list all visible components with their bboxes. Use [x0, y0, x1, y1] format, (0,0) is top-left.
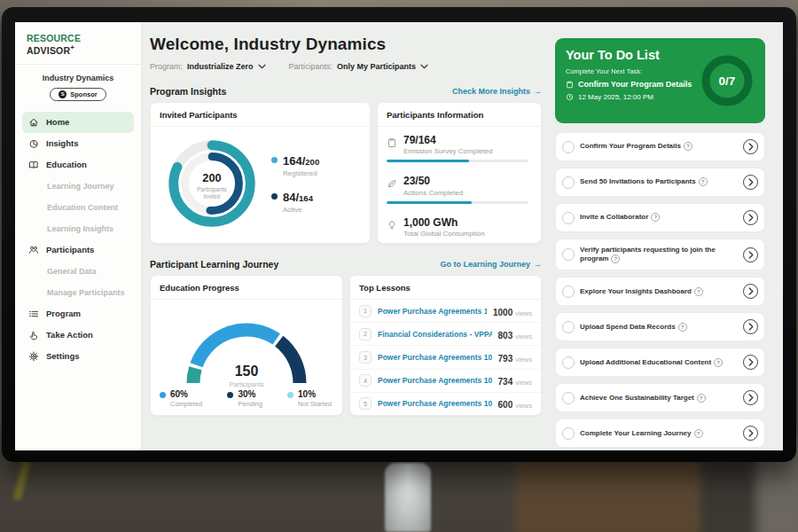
help-icon[interactable]: ?	[678, 323, 687, 332]
lesson-views-suffix: views	[515, 402, 532, 410]
lesson-row-4[interactable]: 4Power Purchase Agreements 102734views	[350, 370, 541, 393]
lesson-views: 600views	[498, 395, 532, 411]
todo-checkbox[interactable]	[562, 286, 575, 298]
todo-panel: Your To Do List Complete Your Next Task:…	[551, 22, 783, 450]
sidebar-item-learning-journey[interactable]: Learning Journey	[22, 176, 134, 197]
lesson-row-3[interactable]: 3Power Purchase Agreements 101793views	[350, 346, 541, 369]
sidebar-item-manage-participants[interactable]: Manage Participants	[22, 282, 134, 303]
lesson-row-2[interactable]: 2Financial Considerations - VPPAs803view…	[350, 323, 541, 346]
help-icon[interactable]: ?	[694, 287, 703, 296]
todo-checkbox[interactable]	[562, 356, 575, 369]
sidebar-item-label: Education Content	[47, 203, 118, 212]
todo-item-open-button[interactable]	[743, 139, 758, 154]
education-progress-gauge-chart: 150 Participants	[168, 305, 325, 387]
invited-participants-donut-chart: 200ParticipantsInvited	[160, 131, 264, 236]
legend-item-registered: 164/200Registered	[271, 153, 319, 177]
legend-label: Not Started	[298, 400, 332, 408]
help-icon[interactable]: ?	[714, 358, 723, 367]
help-icon[interactable]: ?	[611, 254, 620, 263]
check-more-insights-link[interactable]: Check More Insights →	[452, 87, 542, 96]
sidebar-item-take-action[interactable]: Take Action	[22, 325, 134, 346]
settings-icon	[28, 351, 39, 362]
help-icon[interactable]: ?	[697, 394, 706, 403]
help-icon[interactable]: ?	[699, 177, 708, 186]
todo-list: Confirm Your Program Details?Send 50 Inv…	[555, 132, 765, 448]
todo-item-open-button[interactable]	[743, 175, 758, 190]
participants-icon	[28, 245, 39, 255]
stat-label: Emission Survey Completed	[403, 147, 492, 155]
todo-item-open-button[interactable]	[743, 210, 758, 225]
stat-block-total-global-consumption: 1,000 GWhTotal Global Consumption	[387, 217, 528, 238]
sidebar-item-label: Take Action	[46, 330, 93, 340]
todo-progress-ring: 0/7	[698, 51, 756, 110]
sidebar-item-home[interactable]: Home	[22, 112, 134, 133]
app-logo[interactable]: RESOURCE ADVISOR+	[15, 22, 141, 65]
help-icon[interactable]: ?	[651, 213, 660, 222]
todo-item-open-button[interactable]	[743, 355, 758, 370]
svg-text:Invited: Invited	[204, 192, 221, 199]
gauge-legend-item-completed: 60%Completed	[160, 389, 202, 408]
todo-item-open-button[interactable]	[743, 319, 758, 334]
stat-text: 1,000 GWhTotal Global Consumption	[403, 217, 485, 238]
todo-item-achieve-one-sustainability-target[interactable]: Achieve One Sustainability Target?	[555, 383, 765, 412]
sponsor-badge[interactable]: S Sponsor	[50, 88, 106, 101]
todo-item-open-button[interactable]	[743, 284, 758, 299]
todo-checkbox[interactable]	[562, 321, 575, 333]
lesson-views-count: 600	[498, 400, 513, 410]
todo-checkbox[interactable]	[562, 176, 575, 189]
gauge-legend-item-not-started: 10%Not Started	[287, 389, 332, 408]
lesson-title: Financial Considerations - VPPAs	[378, 330, 492, 339]
stat-progress-bar	[387, 160, 528, 162]
sidebar-item-general-data[interactable]: General Data	[22, 261, 134, 282]
sidebar-item-education[interactable]: Education	[22, 154, 134, 176]
todo-item-upload-additional-educational-content[interactable]: Upload Additional Educational Content?	[555, 348, 765, 377]
todo-checkbox[interactable]	[562, 427, 575, 440]
sidebar-item-label: Education	[46, 160, 87, 169]
sidebar-item-label: Program	[46, 309, 81, 318]
sidebar-item-program[interactable]: Program	[22, 303, 134, 325]
todo-item-send-50-invitations-to-participants[interactable]: Send 50 Invitations to Participants?	[555, 168, 765, 197]
todo-item-open-button[interactable]	[743, 247, 758, 262]
help-icon[interactable]: ?	[694, 429, 703, 438]
go-to-learning-journey-link[interactable]: Go to Learning Journey →	[440, 260, 542, 269]
lesson-views: 734views	[498, 372, 532, 388]
todo-item-confirm-your-program-details[interactable]: Confirm Your Program Details?	[555, 132, 765, 161]
arrow-right-icon: →	[534, 87, 542, 96]
todo-datetime-label: 12 May 2025, 12:00 PM	[578, 93, 653, 101]
lesson-title: Power Purchase Agreements 102	[378, 376, 492, 385]
sidebar-item-participants[interactable]: Participants	[22, 239, 134, 261]
legend-dot	[227, 392, 233, 398]
todo-checkbox[interactable]	[562, 392, 575, 404]
legend-numerator: 164/	[283, 154, 305, 168]
todo-checkbox[interactable]	[562, 248, 575, 261]
lesson-row-5[interactable]: 5Power Purchase Agreements 103600views	[350, 393, 541, 415]
todo-item-upload-spend-data-records[interactable]: Upload Spend Data Records?	[555, 312, 765, 341]
todo-item-label: Upload Spend Data Records?	[580, 323, 738, 332]
sidebar-item-education-content[interactable]: Education Content	[22, 197, 134, 218]
program-select[interactable]: Program: Industrialize Zero	[150, 62, 266, 71]
sidebar-item-settings[interactable]: Settings	[22, 346, 134, 367]
legend-value: 84/164	[283, 189, 313, 205]
participants-select[interactable]: Participants: Only My Participants	[289, 62, 429, 71]
stat-label: Actions Completed	[403, 189, 463, 197]
todo-checkbox[interactable]	[562, 212, 575, 224]
sidebar-item-insights[interactable]: Insights	[22, 133, 134, 154]
learning-journey-title: Participant Learning Journey	[150, 259, 278, 270]
go-to-learning-journey-label: Go to Learning Journey	[440, 260, 530, 269]
participants-information-title: Participants Information	[378, 103, 541, 127]
help-icon[interactable]: ?	[684, 142, 692, 151]
logo-text-secondary: ADVISOR	[27, 45, 70, 56]
todo-checkbox[interactable]	[562, 141, 575, 153]
todo-item-explore-your-insights-dashboard[interactable]: Explore Your Insights Dashboard?	[555, 277, 765, 306]
todo-item-open-button[interactable]	[743, 390, 758, 405]
lesson-rank: 4	[359, 374, 372, 387]
todo-item-complete-your-learning-journey[interactable]: Complete Your Learning Journey?	[555, 419, 765, 448]
todo-item-open-button[interactable]	[743, 426, 758, 441]
todo-item-invite-a-collaborator[interactable]: Invite a Collaborator?	[555, 203, 765, 232]
todo-item-verify-participants-requesting-to-join-the-program[interactable]: Verify participants requesting to join t…	[555, 239, 765, 270]
lesson-views-count: 734	[498, 377, 513, 387]
lesson-row-1[interactable]: 1Power Purchase Agreements 1011000views	[350, 300, 541, 323]
todo-item-label: Achieve One Sustainability Target?	[580, 394, 738, 403]
sidebar-item-learning-insights[interactable]: Learning Insights	[22, 218, 134, 239]
stat-value: 1,000 GWh	[403, 217, 485, 229]
